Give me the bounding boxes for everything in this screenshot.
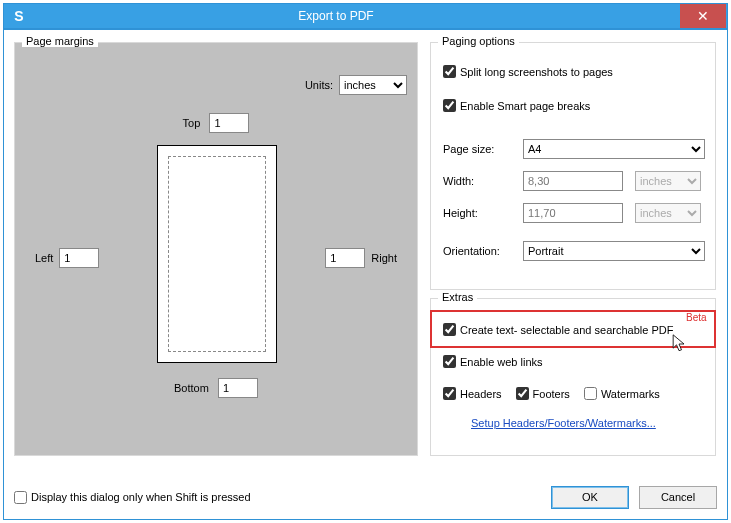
page-height-units-select: inches (635, 203, 701, 223)
margin-bottom-input[interactable] (218, 378, 258, 398)
title-bar: S Export to PDF ✕ (3, 3, 728, 29)
smart-page-breaks-label: Enable Smart page breaks (460, 100, 590, 112)
show-only-shift-input[interactable] (14, 491, 27, 504)
dialog-bottom-bar: Display this dialog only when Shift is p… (14, 485, 717, 509)
headers-checkbox[interactable]: Headers (443, 387, 502, 400)
ok-button[interactable]: OK (551, 486, 629, 509)
page-height-input (523, 203, 623, 223)
page-size-label: Page size: (443, 143, 517, 155)
orientation-select[interactable]: Portrait (523, 241, 705, 261)
margin-top-row: Top (15, 113, 417, 133)
searchable-pdf-checkbox[interactable]: Create text- selectable and searchable P… (443, 323, 673, 336)
headers-input[interactable] (443, 387, 456, 400)
page-preview (157, 145, 277, 363)
watermarks-input[interactable] (584, 387, 597, 400)
extras-group: Extras Create text- selectable and searc… (430, 298, 716, 456)
page-width-input (523, 171, 623, 191)
split-screenshots-label: Split long screenshots to pages (460, 66, 613, 78)
units-row: Units: inches (305, 75, 407, 95)
enable-web-links-input[interactable] (443, 355, 456, 368)
watermarks-checkbox[interactable]: Watermarks (584, 387, 660, 400)
split-screenshots-input[interactable] (443, 65, 456, 78)
cancel-button[interactable]: Cancel (639, 486, 717, 509)
margin-top-label: Top (183, 117, 201, 129)
extras-legend: Extras (438, 291, 477, 303)
margin-left-input[interactable] (59, 248, 99, 268)
margin-right-input[interactable] (325, 248, 365, 268)
orientation-label: Orientation: (443, 245, 517, 257)
split-screenshots-checkbox[interactable]: Split long screenshots to pages (443, 65, 613, 78)
searchable-pdf-input[interactable] (443, 323, 456, 336)
margin-right-row: Right (325, 248, 397, 268)
units-label: Units: (305, 79, 333, 91)
show-only-shift-checkbox[interactable]: Display this dialog only when Shift is p… (14, 491, 251, 504)
margin-top-input[interactable] (209, 113, 249, 133)
margin-bottom-row: Bottom (15, 378, 417, 398)
page-width-label: Width: (443, 175, 517, 187)
page-width-units-select: inches (635, 171, 701, 191)
close-button[interactable]: ✕ (680, 4, 726, 28)
setup-hfw-link[interactable]: Setup Headers/Footers/Watermarks... (471, 417, 656, 429)
margin-left-row: Left (35, 248, 99, 268)
page-margins-legend: Page margins (22, 35, 98, 47)
searchable-pdf-label: Create text- selectable and searchable P… (460, 324, 673, 336)
page-size-select[interactable]: A4 (523, 139, 705, 159)
watermarks-label: Watermarks (601, 388, 660, 400)
dialog-content: Page margins Units: inches Top Left Righ… (14, 42, 717, 477)
enable-web-links-checkbox[interactable]: Enable web links (443, 355, 543, 368)
footers-checkbox[interactable]: Footers (516, 387, 570, 400)
footers-label: Footers (533, 388, 570, 400)
smart-page-breaks-input[interactable] (443, 99, 456, 112)
page-preview-inner (168, 156, 266, 352)
window-title: Export to PDF (0, 9, 680, 23)
page-height-label: Height: (443, 207, 517, 219)
paging-options-group: Paging options Split long screenshots to… (430, 42, 716, 290)
footers-input[interactable] (516, 387, 529, 400)
margin-right-label: Right (371, 252, 397, 264)
margin-left-label: Left (35, 252, 53, 264)
paging-options-legend: Paging options (438, 35, 519, 47)
enable-web-links-label: Enable web links (460, 356, 543, 368)
smart-page-breaks-checkbox[interactable]: Enable Smart page breaks (443, 99, 590, 112)
beta-badge: Beta (686, 312, 707, 323)
headers-label: Headers (460, 388, 502, 400)
margin-bottom-label: Bottom (174, 382, 209, 394)
show-only-shift-label: Display this dialog only when Shift is p… (31, 491, 251, 503)
units-select[interactable]: inches (339, 75, 407, 95)
page-margins-group: Page margins Units: inches Top Left Righ… (14, 42, 418, 456)
close-icon: ✕ (697, 8, 709, 24)
